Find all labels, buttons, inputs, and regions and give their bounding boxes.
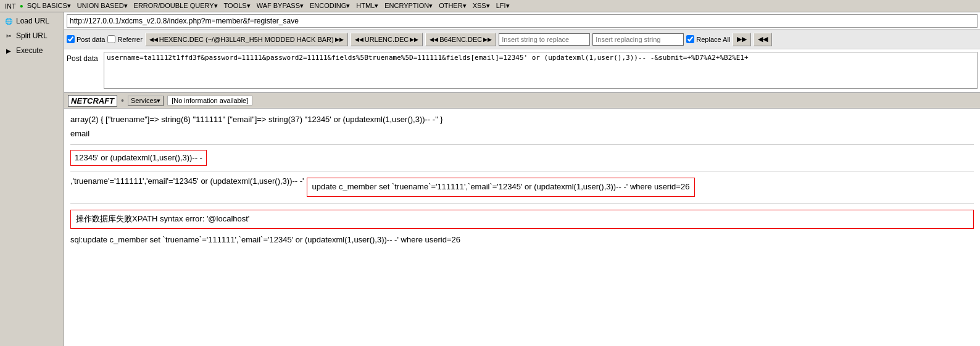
top-menubar: INT ● SQL BASICS▾ UNION BASED▾ ERROR/DOU… <box>0 0 980 12</box>
output-area: array(2) { ["truename"]=> string(6) "111… <box>64 109 980 346</box>
load-url-icon: 🌐 <box>4 16 14 26</box>
menu-xss[interactable]: XSS▾ <box>470 1 492 10</box>
arrow-left-b64: ◀◀ <box>430 36 438 43</box>
referrer-checkbox-label[interactable]: Referrer <box>107 35 142 43</box>
netcraft-bar: NETCRAFT • Services▾ [No information ava… <box>64 93 980 109</box>
output-error-section: 操作数据库失败XPATH syntax error: '@localhost' … <box>70 207 974 248</box>
sidebar-item-execute[interactable]: ▶ Execute <box>1 43 62 58</box>
replace-arrow-left[interactable]: ◀◀ <box>754 33 772 46</box>
output-line-4-row: ,'truename'='111111','email'='12345' or … <box>70 175 974 199</box>
output-box-line3: 12345' or (updatexml(1,user(),3))-- - <box>70 150 207 167</box>
netcraft-logo: NETCRAFT <box>68 95 117 107</box>
menu-html[interactable]: HTML▾ <box>354 1 381 10</box>
replace-arrow-right[interactable]: ▶▶ <box>733 33 751 46</box>
output-line-1: array(2) { ["truename"]=> string(6) "111… <box>70 113 974 126</box>
postdata-row: Post data <box>64 49 980 93</box>
menu-waf-bypass[interactable]: WAF BYPASS▾ <box>254 1 306 10</box>
netcraft-info: [No information available] <box>167 96 252 105</box>
output-box-line4: update c_member set `truename`='111111',… <box>307 178 696 197</box>
load-url-label: Load URL <box>16 17 49 25</box>
b64enc-label: B64ENC.DEC <box>439 36 482 43</box>
url-bar-row <box>64 12 980 30</box>
url-input[interactable] <box>67 14 978 28</box>
replace-all-text: Replace All <box>696 36 730 43</box>
replace-all-checkbox[interactable] <box>686 35 694 43</box>
hexenc-label: HEXENC.DEC (~/@H3LL4R_H5H MODDED HACK BA… <box>159 36 334 43</box>
urlenc-label: URLENC.DEC <box>365 36 409 43</box>
b64enc-btn[interactable]: ◀◀ B64ENC.DEC ▶▶ <box>425 33 496 46</box>
post-data-checkbox[interactable] <box>67 35 75 43</box>
arrow-left-hexenc: ◀◀ <box>149 36 158 43</box>
split-url-label: Split URL <box>16 31 48 40</box>
status-dot: ● <box>20 2 23 9</box>
post-data-checkbox-label[interactable]: Post data <box>67 35 105 43</box>
hexenc-btn[interactable]: ◀◀ HEXENC.DEC (~/@H3LL4R_H5H MODDED HACK… <box>145 33 348 46</box>
menu-encoding[interactable]: ENCODING▾ <box>307 1 352 10</box>
referrer-checkbox[interactable] <box>107 35 115 43</box>
menu-tools[interactable]: TOOLS▾ <box>222 1 253 10</box>
output-line-3: 12345' or (updatexml(1,user(),3))-- - <box>70 149 974 168</box>
postdata-textarea[interactable] <box>104 52 978 89</box>
arrow-right-hexenc: ▶▶ <box>335 36 344 43</box>
toolbar-row: Post data Referrer ◀◀ HEXENC.DEC (~/@H3L… <box>64 30 980 49</box>
menu-error-double[interactable]: ERROR/DOUBLE QUERY▾ <box>131 1 220 10</box>
arrow-right-replace: ▶▶ <box>737 35 747 43</box>
menu-lfi[interactable]: LFI▾ <box>494 1 512 10</box>
main-layout: 🌐 Load URL ✂ Split URL ▶ Execute Post da… <box>0 12 980 346</box>
insert-string-input[interactable] <box>499 33 590 46</box>
replace-all-label[interactable]: Replace All <box>686 35 730 43</box>
menu-union-based[interactable]: UNION BASED▾ <box>75 1 130 10</box>
arrow-right-b64: ▶▶ <box>483 36 492 43</box>
arrow-right-urlenc: ▶▶ <box>410 36 418 43</box>
insert-replacing-input[interactable] <box>592 33 684 46</box>
sidebar: 🌐 Load URL ✂ Split URL ▶ Execute <box>0 12 64 346</box>
output-error-msg: 操作数据库失败XPATH syntax error: '@localhost' <box>70 210 974 229</box>
netcraft-dot: • <box>121 96 124 105</box>
arrow-left-replace: ◀◀ <box>758 35 768 43</box>
output-line-2: email <box>70 128 974 141</box>
sidebar-item-load-url[interactable]: 🌐 Load URL <box>1 14 62 28</box>
netcraft-services-btn[interactable]: Services▾ <box>128 96 164 106</box>
output-separator-3 <box>70 203 974 204</box>
output-line-6: sql:update c_member set `truename`='1111… <box>70 234 974 247</box>
menu-sql-basics[interactable]: SQL BASICS▾ <box>25 1 73 10</box>
menu-other[interactable]: OTHER▾ <box>436 1 469 10</box>
urlenc-btn[interactable]: ◀◀ URLENC.DEC ▶▶ <box>351 33 423 46</box>
post-data-label: Post data <box>77 36 105 43</box>
menu-encryption[interactable]: ENCRYPTION▾ <box>382 1 435 10</box>
output-separator-1 <box>70 144 974 145</box>
referrer-label: Referrer <box>117 36 142 43</box>
content-area: Post data Referrer ◀◀ HEXENC.DEC (~/@H3L… <box>64 12 980 346</box>
split-url-icon: ✂ <box>4 31 14 41</box>
arrow-left-urlenc: ◀◀ <box>355 36 363 43</box>
execute-label: Execute <box>16 46 43 55</box>
output-separator-2 <box>70 171 974 171</box>
output-line-4-left: ,'truename'='111111','email'='12345' or … <box>70 175 304 188</box>
postdata-row-label: Post data <box>67 52 104 63</box>
execute-icon: ▶ <box>4 46 14 56</box>
menu-int[interactable]: INT <box>2 2 19 10</box>
sidebar-item-split-url[interactable]: ✂ Split URL <box>1 28 62 43</box>
